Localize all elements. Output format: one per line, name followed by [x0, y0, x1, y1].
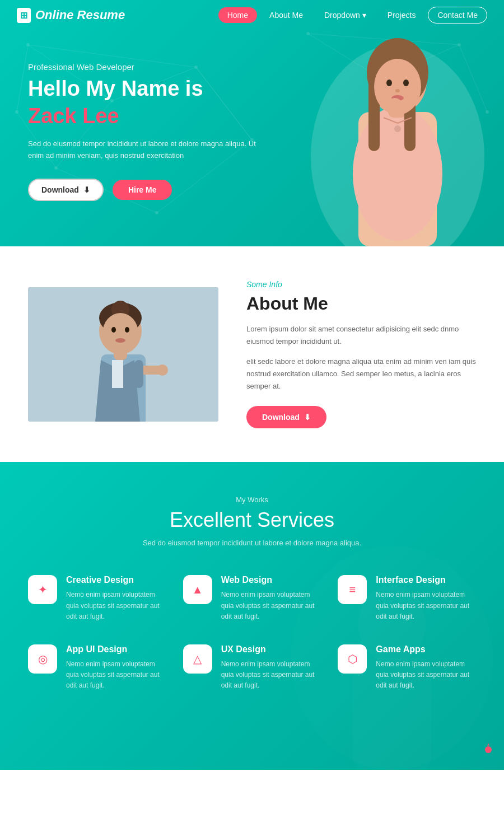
about-download-icon: ⬇ — [304, 413, 311, 422]
about-label: Some Info — [246, 280, 476, 289]
service-name-3: App UI Design — [66, 644, 166, 655]
navbar: ⊞ Online Resume Home About Me Dropdown ▾… — [0, 0, 504, 30]
hire-button[interactable]: Hire Me — [113, 180, 172, 200]
creative-design-icon: ✦ — [38, 583, 48, 596]
web-design-icon: ▲ — [192, 583, 203, 596]
service-item-1: ▲ Web Design Nemo enim ipsam voluptatem … — [183, 575, 321, 622]
service-info-2: Interface Design Nemo enim ipsam volupta… — [376, 575, 476, 622]
hero-bg: Professional Web Developer Hello My Name… — [0, 0, 504, 246]
svg-point-48 — [111, 327, 116, 333]
about-image — [28, 287, 218, 422]
service-desc-0: Nemo enim ipsam voluptatem quia voluptas… — [66, 590, 166, 622]
game-apps-icon: ⬡ — [348, 652, 357, 666]
service-icon-0: ✦ — [28, 575, 57, 604]
chevron-down-icon: ▾ — [362, 11, 366, 20]
svg-point-16 — [15, 110, 18, 114]
hero-title: Hello My Name is — [28, 76, 263, 102]
svg-point-38 — [388, 98, 402, 109]
service-item-0: ✦ Creative Design Nemo enim ipsam volupt… — [28, 575, 166, 622]
about-download-button[interactable]: Download ⬇ — [246, 406, 326, 428]
download-icon: ⬇ — [83, 185, 90, 194]
svg-rect-42 — [112, 360, 123, 388]
svg-point-35 — [403, 80, 409, 86]
services-label: My Works — [28, 496, 476, 504]
service-item-5: ⬡ Game Apps Nemo enim ipsam voluptatem q… — [338, 644, 476, 691]
nav-item-projects[interactable]: Projects — [379, 7, 425, 23]
service-name-0: Creative Design — [66, 575, 166, 585]
nav-item-home[interactable]: Home — [218, 7, 257, 23]
service-icon-5: ⬡ — [338, 644, 367, 674]
hero-subtitle: Professional Web Developer — [28, 62, 263, 72]
hero-description: Sed do eiusmod tempor incididunt ut labo… — [28, 138, 263, 162]
service-info-4: UX Design Nemo enim ipsam voluptatem qui… — [221, 644, 321, 691]
brand-name: Online Resume — [35, 8, 125, 22]
hero-section: ⊞ Online Resume Home About Me Dropdown ▾… — [0, 0, 504, 246]
service-desc-5: Nemo enim ipsam voluptatem quia voluptas… — [376, 659, 476, 691]
dropdown-label: Dropdown — [324, 11, 360, 20]
about-download-label: Download — [262, 413, 300, 422]
nav-item-contact[interactable]: Contact Me — [428, 7, 487, 24]
hire-label: Hire Me — [128, 185, 157, 194]
svg-point-50 — [115, 338, 125, 343]
service-name-5: Game Apps — [376, 644, 476, 655]
svg-point-49 — [125, 327, 129, 333]
ux-design-icon: △ — [193, 652, 202, 666]
service-name-1: Web Design — [221, 575, 321, 585]
about-heading: About Me — [246, 293, 476, 314]
service-info-1: Web Design Nemo enim ipsam voluptatem qu… — [221, 575, 321, 622]
service-desc-1: Nemo enim ipsam voluptatem quia voluptas… — [221, 590, 321, 622]
service-info-3: App UI Design Nemo enim ipsam voluptatem… — [66, 644, 166, 691]
nav-item-dropdown[interactable]: Dropdown ▾ — [315, 7, 375, 23]
app-ui-design-icon: ◎ — [38, 652, 48, 666]
interface-design-icon: ≡ — [349, 583, 356, 596]
service-item-4: △ UX Design Nemo enim ipsam voluptatem q… — [183, 644, 321, 691]
services-title: Excellent Services — [28, 508, 476, 532]
hero-buttons: Download ⬇ Hire Me — [28, 179, 263, 201]
service-name-2: Interface Design — [376, 575, 476, 585]
svg-point-57 — [485, 746, 492, 753]
about-content: Some Info About Me Lorem ipsum dolor sit… — [246, 280, 476, 428]
service-icon-3: ◎ — [28, 644, 57, 674]
nav-item-about[interactable]: About Me — [260, 7, 312, 23]
svg-rect-53 — [134, 360, 143, 388]
service-desc-2: Nemo enim ipsam voluptatem quia voluptas… — [376, 590, 476, 622]
svg-point-36 — [395, 89, 400, 92]
service-icon-4: △ — [183, 644, 212, 674]
services-header: My Works Excellent Services Sed do eiusm… — [28, 496, 476, 547]
service-info-0: Creative Design Nemo enim ipsam voluptat… — [66, 575, 166, 622]
services-description: Sed do eiusmod tempor incididunt ut labo… — [28, 539, 476, 547]
service-desc-4: Nemo enim ipsam voluptatem quia voluptas… — [221, 659, 321, 691]
svg-point-34 — [386, 80, 392, 86]
service-info-5: Game Apps Nemo enim ipsam voluptatem qui… — [376, 644, 476, 691]
about-para2: elit sedc labore et dolore magna aliqua … — [246, 356, 476, 392]
hero-image — [308, 0, 487, 246]
hero-content: Professional Web Developer Hello My Name… — [28, 23, 263, 223]
about-section: Some Info About Me Lorem ipsum dolor sit… — [0, 246, 504, 462]
service-icon-2: ≡ — [338, 575, 367, 604]
service-desc-3: Nemo enim ipsam voluptatem quia voluptas… — [66, 659, 166, 691]
download-label: Download — [41, 185, 79, 194]
service-item-3: ◎ App UI Design Nemo enim ipsam voluptat… — [28, 644, 166, 691]
brand-icon: ⊞ — [17, 8, 31, 23]
hero-name: Zack Lee — [28, 104, 263, 128]
services-grid: ✦ Creative Design Nemo enim ipsam volupt… — [28, 575, 476, 691]
about-para1: Lorem ipsum dolor sit amet consectetur a… — [246, 323, 476, 348]
services-section: My Works Excellent Services Sed do eiusm… — [0, 462, 504, 770]
svg-point-39 — [394, 125, 401, 132]
navbar-brand: ⊞ Online Resume — [17, 8, 125, 23]
svg-point-52 — [157, 364, 168, 376]
download-button[interactable]: Download ⬇ — [28, 179, 104, 201]
red-dot-decoration — [484, 742, 493, 753]
svg-line-9 — [17, 45, 28, 112]
service-item-2: ≡ Interface Design Nemo enim ipsam volup… — [338, 575, 476, 622]
service-icon-1: ▲ — [183, 575, 212, 604]
service-name-4: UX Design — [221, 644, 321, 655]
navbar-nav: Home About Me Dropdown ▾ Projects Contac… — [218, 7, 487, 24]
svg-point-47 — [102, 313, 138, 353]
